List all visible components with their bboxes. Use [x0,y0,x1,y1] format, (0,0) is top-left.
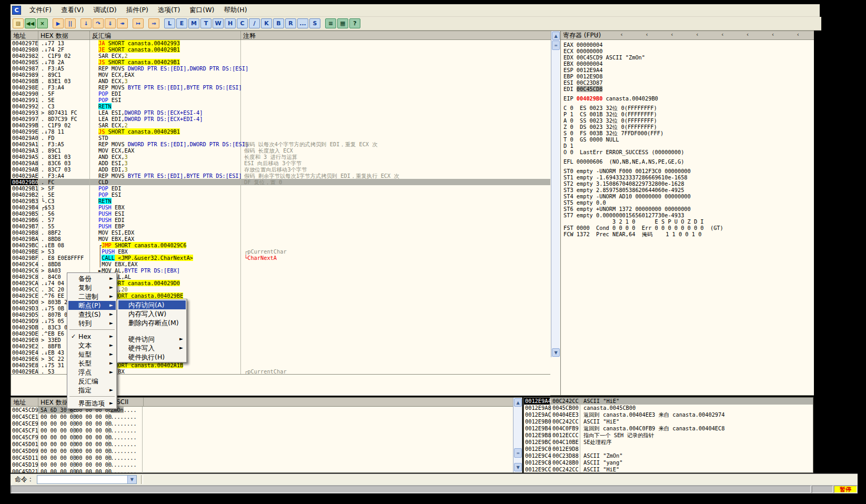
stack-row[interactable]: 0012E9C400C23D88ASCII "ZmOn" [524,452,813,459]
combo-dropdown-icon[interactable]: ▼ [127,476,136,483]
disasm-row[interactable]: 004029A3.89C1MOV ECX,EAX假码 长度放入 ECX [11,147,550,154]
context-menu-item[interactable]: 界面选项► [68,399,116,408]
disasm-row[interactable]: 004029BE>53│PUSH EBX┌pCurrentChar [11,248,550,255]
menubar-item[interactable]: 插件(P) [122,5,153,16]
register-line[interactable]: EDX 00C45CD9 ASCII "ZmOn" [563,54,814,61]
register-line[interactable]: EFL 00000606 (NO,NB,NE,A,NS,PE,GE,G) [563,158,814,165]
context-menu-item[interactable]: 短型► [68,350,116,359]
register-line[interactable]: ST7 empty 0.0000000156560127730e-4933 [563,212,814,218]
go-to-button[interactable]: ⇒ [148,18,159,28]
source-window-button[interactable]: S [309,18,320,28]
disasm-row[interactable]: 004029BA.8BD8MOV EBX,EAX [11,236,550,242]
animate-over-button[interactable]: ↠ [117,18,128,28]
appearance-button[interactable]: ▦ [337,18,348,28]
menubar-item[interactable]: 文件(F) [25,5,56,16]
context-menu-item[interactable]: 硬件写入► [118,344,186,352]
stack-row[interactable]: 0012E9CC00C242CCASCII "HiE" [524,466,813,472]
context-menu-item[interactable]: 长型► [68,359,116,368]
context-menu-item[interactable]: 文本► [68,341,116,350]
stack-row[interactable]: 0012E9C00012E9D8 [524,446,813,452]
scroll-up-button[interactable]: ▲ [514,398,522,407]
context-menu-item[interactable]: 备份► [68,274,116,283]
disasm-row[interactable]: 00402992.C3RETN [11,103,550,109]
stack-row[interactable]: 0012E9A400C242CCASCII "HiE" [524,398,813,405]
context-menu-item[interactable]: 二进制► [68,292,116,301]
disasm-row[interactable]: 00402991.5EPOP ESI [11,97,550,103]
disasm-row[interactable]: 004029B4┌$53PUSH EBX [11,204,550,210]
register-line[interactable]: O 0 LastErr ERROR_SUCCESS (00000000) [563,149,814,155]
menubar-item[interactable]: 查看(V) [56,5,88,16]
dump-row[interactable]: 00C45D2100 00 00 0000 00 00 00........ [11,468,522,473]
register-line[interactable]: C 0 ES 0023 32位 0(FFFFFFFF) [563,105,814,111]
register-line[interactable]: S 0 FS 003B 32位 7FFDF000(FFF) [563,130,814,136]
scroll-up-button[interactable]: ▲ [552,32,560,40]
menubar-item[interactable]: 调试(D) [88,5,121,16]
scroll-down-button[interactable]: ▼ [552,348,560,357]
restart-button[interactable]: ◀◀ [25,18,36,28]
log-window-button[interactable]: L [164,18,175,28]
disasm-row[interactable]: 0040298B.83E1 03AND ECX,3 [11,78,550,84]
stack-row[interactable]: 0012E9BC004C10BESE处理程序 [524,439,813,446]
disasm-row[interactable]: 004029AB.83C7 03ADD EDI,3存放位置向后移动3个字节 [11,166,550,173]
register-line[interactable]: ST2 empty 3.1508670408229732800e-1628 [563,180,814,187]
run-button[interactable]: ▶ [53,18,64,28]
register-line[interactable]: ESI 00C23D87 [563,79,814,86]
context-menu-item[interactable]: 指定► [68,386,116,395]
register-line[interactable]: P 1 CS 001B 32位 0(FFFFFFFF) [563,111,814,117]
run-trace-button[interactable]: ... [297,18,308,28]
pause-button[interactable]: || [65,18,76,28]
disasm-row[interactable]: 00402997.8D7C39 FCLEA EDI,DWORD PTR DS:[… [11,116,550,122]
context-menu-item[interactable]: 内存写入(W) [118,309,186,318]
animate-into-button[interactable]: ⇓ [105,18,116,28]
disasm-row[interactable]: 0040298E.F3:A4REP MOVS BYTE PTR ES:[EDI]… [11,84,550,90]
dump-row[interactable]: 00C45CE900 00 00 0000 00 00 00........ [11,420,522,427]
register-line[interactable]: EBP 0012E9D8 [563,73,814,79]
context-menu-item[interactable]: 硬件访问► [118,335,186,344]
register-line[interactable]: EDI 00C45CD8 [563,86,814,92]
menubar-item[interactable]: 窗口(W) [185,5,219,16]
options-button[interactable]: ≡ [325,18,336,28]
disasm-row[interactable]: 0040299B.C1F9 02SAR ECX,2 [11,122,550,128]
register-line[interactable]: EAX 00000004 [563,42,814,48]
disasm-row[interactable]: 004029B7.55PUSH EBP [11,223,550,229]
references-window-button[interactable]: R [285,18,296,28]
disasm-row[interactable]: 004029A8.83C6 03ADD ESI,3ESI 向后移动 3个字节 [11,160,550,166]
stack-row[interactable]: 0012E9AC00404EE3返回到 canasta.00404EE3 来自 … [524,411,813,418]
menubar-item[interactable]: 选项(T) [153,5,185,16]
cpu-window-button[interactable]: C [237,18,248,28]
stack-row[interactable]: 0012E9C800C428B0ASCII "yang" [524,459,813,466]
memory-window-button[interactable]: M [188,18,199,28]
disasm-row[interactable]: 00402982.C1F9 02SAR ECX,2 [11,53,550,59]
disasm-row[interactable]: 0040297E.↓77 13JA SHORT canasta.00402993 [11,40,550,46]
context-menu-item[interactable]: 硬件执行(H) [118,352,186,361]
patches-window-button[interactable]: / [249,18,260,28]
disasm-row[interactable]: 004029A0.FDSTD [11,135,550,141]
scroll-thumb[interactable]: ≡ [514,448,522,458]
context-menu-item[interactable]: 反汇编 [68,377,116,386]
register-line[interactable]: EBX 00000004 [563,61,814,67]
dump-row[interactable]: 00C45D1100 00 00 0000 00 00 00........ [11,455,522,461]
context-menu-item[interactable]: 浮点► [68,368,116,377]
history-chevrons-icon[interactable]: ‹ ‹ ‹ ‹ ‹ ‹ ‹ ‹ ‹ ‹ [570,31,810,38]
stack-row[interactable]: 0012E9B000C242CCASCII "HiE" [524,418,813,425]
windows-window-button[interactable]: W [213,18,224,28]
register-line[interactable]: ESP 0012E9A4 [563,67,814,73]
menubar-item[interactable]: 帮助(H) [219,5,251,16]
dump-row[interactable]: 00C45D0900 00 00 0000 00 00 00........ [11,448,522,455]
dump-row[interactable]: 00C45D0100 00 00 0000 00 00 00........ [11,441,522,448]
command-input[interactable]: ▼ [37,475,137,484]
stack-row[interactable]: 0012E9B4004C0FB9返回到 canasta.004C0FB9 来自 … [524,425,813,432]
context-menu-item[interactable]: 查找(S)► [68,310,116,319]
disasm-row[interactable]: 004029BC.↓EB 08┌JMP SHORT canasta.004029… [11,242,550,248]
register-line[interactable]: T 0 GS 0000 NULL [563,136,814,143]
breakpoints-window-button[interactable]: B [273,18,284,28]
dump-row[interactable]: 00C45D1900 00 00 0000 00 00 00........ [11,461,522,468]
register-line[interactable]: ST6 empty +UNORM 1372 00000000 00000000 [563,206,814,212]
close-button[interactable]: × [37,18,48,28]
register-line[interactable]: Z 0 DS 0023 32位 0(FFFFFFFF) [563,124,814,130]
step-into-button[interactable]: ↓ [80,18,92,28]
register-line[interactable]: ST5 empty 0.0 [563,199,814,206]
call-stack-button[interactable]: K [261,18,272,28]
register-line[interactable]: FST 0000 Cond 0 0 0 0 Err 0 0 0 0 0 0 0 … [563,225,814,231]
disasm-row[interactable]: 00402985.↓78 2AJS SHORT canasta.004029B1 [11,59,550,65]
